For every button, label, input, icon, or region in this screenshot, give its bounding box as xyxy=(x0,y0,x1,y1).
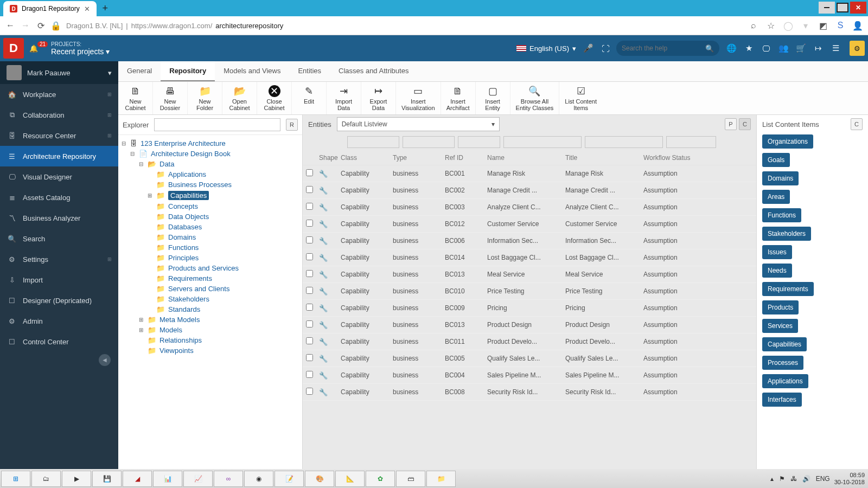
ribbon-edit[interactable]: ✎Edit xyxy=(292,82,327,114)
ribbon-insert-archifact[interactable]: 🗎InsertArchifact xyxy=(441,82,476,114)
system-clock[interactable]: 08:59 30-10-2018 xyxy=(834,472,865,486)
tree-node-123-enterprise-architecture[interactable]: ⊟🗄123 Enterprise Architecture xyxy=(120,138,300,149)
task-save[interactable]: 💾 xyxy=(92,471,122,487)
chip-services[interactable]: Services xyxy=(762,319,798,333)
task-paint[interactable]: 🎨 xyxy=(305,471,334,487)
chip-organizations[interactable]: Organizations xyxy=(762,134,813,149)
ext1-icon[interactable]: ◯ xyxy=(783,21,793,30)
chip-domains[interactable]: Domains xyxy=(762,171,799,185)
tree-expander-icon[interactable]: ⊟ xyxy=(138,161,144,167)
ribbon-new-cabinet[interactable]: 🗎NewCabinet xyxy=(118,82,153,114)
listview-dropdown[interactable]: Default Listview ▾ xyxy=(337,117,500,131)
row-checkbox[interactable] xyxy=(306,287,313,294)
chip-functions[interactable]: Functions xyxy=(762,208,801,222)
chip-requirements[interactable]: Requirements xyxy=(762,282,814,296)
address-bar[interactable]: Dragon1 B.V. [NL] | https://www.dragon1.… xyxy=(66,22,743,30)
window-maximize-button[interactable] xyxy=(837,3,848,12)
tree-expander-icon[interactable]: ⊟ xyxy=(129,151,136,157)
task-chrome[interactable]: ◉ xyxy=(244,471,273,487)
task-chart2[interactable]: 📈 xyxy=(183,471,213,487)
tree-node-functions[interactable]: 📁Functions xyxy=(120,242,300,253)
tab-general[interactable]: General xyxy=(118,61,161,81)
nav-back-icon[interactable]: ← xyxy=(5,21,15,30)
chip-capabilities[interactable]: Capabilities xyxy=(762,337,807,351)
entity-row[interactable]: 🔧 Capability business BC012 Customer Ser… xyxy=(303,216,756,233)
tab-classes-and-attributes[interactable]: Classes and Attributes xyxy=(330,61,417,81)
tree-node-architecture-design-book[interactable]: ⊟📄Architecture Design Book xyxy=(120,149,300,159)
language-dropdown[interactable]: English (US) ▾ xyxy=(516,44,576,53)
cart-icon[interactable]: 🛒 xyxy=(794,43,807,53)
col-class[interactable]: Class xyxy=(341,154,393,162)
task-notepad[interactable]: 📝 xyxy=(275,471,304,487)
ribbon-new-folder[interactable]: 📁NewFolder xyxy=(188,82,222,114)
mic-icon[interactable]: 🎤 xyxy=(582,43,595,53)
chip-issues[interactable]: Issues xyxy=(762,245,792,259)
explorer-search-input[interactable] xyxy=(154,118,280,131)
tree-node-standards[interactable]: 📁Standards xyxy=(120,304,300,314)
ext3-icon[interactable]: ◩ xyxy=(818,21,828,30)
filter-class[interactable] xyxy=(347,136,399,148)
row-checkbox[interactable] xyxy=(306,337,313,344)
tree-node-relationships[interactable]: 📁Relationships xyxy=(120,335,300,345)
tree-node-capabilities[interactable]: ⊞📁Capabilities xyxy=(120,190,300,201)
col-ref[interactable]: Ref ID xyxy=(445,154,487,162)
nav-item-resource-center[interactable]: 🗄Resource Center⊞ xyxy=(0,125,118,146)
chip-interfaces[interactable]: Interfaces xyxy=(762,393,802,407)
row-checkbox[interactable] xyxy=(306,220,313,227)
tree-node-domains[interactable]: 📁Domains xyxy=(120,232,300,242)
content-items-c-button[interactable]: C xyxy=(851,118,863,130)
tree-node-concepts[interactable]: 📁Concepts xyxy=(120,201,300,211)
nav-item-business-analyzer[interactable]: 〽Business Analyzer xyxy=(0,208,118,228)
tree-node-business-processes[interactable]: 📁Business Processes xyxy=(120,179,300,190)
task-chart1[interactable]: 📊 xyxy=(153,471,182,487)
ribbon-insert-entity[interactable]: ▢InsertEntity xyxy=(476,82,510,114)
tab-entities[interactable]: Entities xyxy=(289,61,330,81)
ribbon-close-cabinet[interactable]: ✕CloseCabinet xyxy=(257,82,292,114)
entity-row[interactable]: 🔧 Capability business BC014 Lost Baggage… xyxy=(303,249,756,266)
entity-row[interactable]: 🔧 Capability business BC013 Product Desi… xyxy=(303,317,756,333)
chip-goals[interactable]: Goals xyxy=(762,153,790,167)
tree-node-meta-models[interactable]: ⊞📁Meta Models xyxy=(120,314,300,325)
chip-processes[interactable]: Processes xyxy=(762,356,803,370)
entities-c-button[interactable]: C xyxy=(739,118,751,130)
ribbon-export-data[interactable]: ↦ExportData xyxy=(361,82,396,114)
entity-row[interactable]: 🔧 Capability business BC002 Manage Credi… xyxy=(303,182,756,199)
tray-net-icon[interactable]: 🖧 xyxy=(790,475,797,483)
tray-flag-icon[interactable]: ⚑ xyxy=(779,475,785,483)
row-checkbox[interactable] xyxy=(306,354,313,361)
col-type[interactable]: Type xyxy=(393,154,445,162)
app-logo[interactable]: D xyxy=(3,38,24,59)
ribbon-insert-visualization[interactable]: ▭InsertVisualization xyxy=(396,82,441,114)
entity-row[interactable]: 🔧 Capability business BC003 Analyze Clie… xyxy=(303,199,756,216)
row-checkbox[interactable] xyxy=(306,186,313,193)
nav-item-settings[interactable]: ⚙Settings⊞ xyxy=(0,249,118,269)
window-close-button[interactable]: ✕ xyxy=(850,2,866,14)
tree-node-viewpoints[interactable]: 📁Viewpoints xyxy=(120,345,300,356)
explorer-r-button[interactable]: R xyxy=(286,119,298,131)
row-checkbox[interactable] xyxy=(306,304,313,311)
tree-node-products-and-services[interactable]: 📁Products and Services xyxy=(120,263,300,273)
col-title[interactable]: Title xyxy=(565,154,643,162)
nav-item-collaboration[interactable]: ⧉Collaboration⊞ xyxy=(0,105,118,125)
menu-icon[interactable]: ☰ xyxy=(829,43,842,53)
filter-ref[interactable] xyxy=(458,136,500,148)
help-search[interactable]: 🔍 xyxy=(616,41,719,56)
task-powershell[interactable]: ▶ xyxy=(62,471,91,487)
row-checkbox[interactable] xyxy=(306,169,313,176)
tab-models-and-views[interactable]: Models and Views xyxy=(215,61,289,81)
entities-p-button[interactable]: P xyxy=(725,118,737,130)
chip-needs[interactable]: Needs xyxy=(762,264,792,278)
tree-node-principles[interactable]: 📁Principles xyxy=(120,253,300,263)
tree-expander-icon[interactable]: ⊞ xyxy=(138,327,144,333)
ribbon-new-dossier[interactable]: 🖶NewDossier xyxy=(153,82,188,114)
ext2-icon[interactable]: ▾ xyxy=(801,21,810,30)
ext4-icon[interactable]: S xyxy=(835,21,845,30)
chip-products[interactable]: Products xyxy=(762,300,799,314)
chip-applications[interactable]: Applications xyxy=(762,374,808,388)
row-checkbox[interactable] xyxy=(306,270,313,277)
tree-node-models[interactable]: ⊞📁Models xyxy=(120,325,300,335)
tree-expander-icon[interactable]: ⊟ xyxy=(120,140,127,146)
search-icon[interactable]: 🔍 xyxy=(705,44,714,53)
nav-item-designer-depricated-[interactable]: ☐Designer (Depricated) xyxy=(0,290,118,311)
task-acrobat[interactable]: ◢ xyxy=(123,471,152,487)
